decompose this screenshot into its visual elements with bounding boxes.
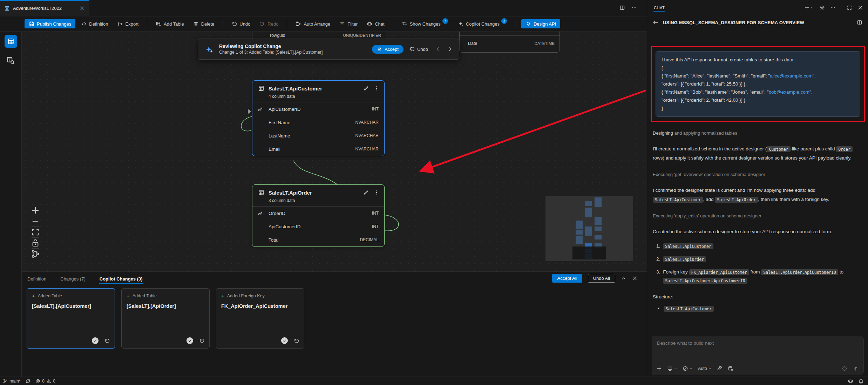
- undo-button[interactable]: Undo: [228, 19, 254, 28]
- show-changes-button[interactable]: Show Changes 7: [398, 19, 452, 28]
- zoom-out-icon[interactable]: [31, 216, 40, 227]
- definition-button[interactable]: Definition: [77, 19, 111, 28]
- chat-messages[interactable]: I have this API response format, create …: [647, 29, 868, 334]
- zoom-in-icon[interactable]: [31, 205, 40, 216]
- minimap-table-block: [595, 197, 602, 207]
- more-actions-icon[interactable]: [631, 5, 637, 11]
- schema-canvas[interactable]: rowguid UNIQUEIDENTIFIER Date DATETIME R…: [22, 32, 647, 271]
- notifications-bell-icon[interactable]: [858, 378, 864, 384]
- configure-tools-icon[interactable]: [717, 366, 723, 371]
- minimap-table-block: [595, 217, 602, 225]
- auto-arrange-button[interactable]: Auto Arrange: [292, 19, 334, 28]
- copilot-changes-button[interactable]: Copilot Changes 3: [454, 19, 511, 28]
- undo-change-icon[interactable]: [199, 338, 204, 344]
- review-undo-button[interactable]: Undo: [409, 46, 428, 52]
- accept-change-icon[interactable]: [92, 337, 99, 344]
- add-table-button[interactable]: Add Table: [152, 19, 188, 28]
- database-warning-icon[interactable]: [728, 366, 733, 371]
- panel-tab-definition[interactable]: Definition: [27, 273, 47, 285]
- email-link[interactable]: alice@example.com: [770, 73, 813, 79]
- toolbar-separator: [223, 20, 223, 27]
- sync-indicator[interactable]: [26, 379, 30, 384]
- export-button[interactable]: Export: [114, 19, 142, 28]
- maximize-panel-icon[interactable]: [847, 5, 852, 11]
- attach-context-icon[interactable]: [656, 366, 662, 371]
- assistant-paragraph: I confirmed the designer state is curren…: [653, 186, 862, 204]
- accept-change-icon[interactable]: [281, 337, 288, 344]
- chat-label: Chat: [375, 21, 384, 27]
- chat-input-box[interactable]: Auto: [652, 336, 864, 375]
- collapse-panel-icon[interactable]: [621, 276, 626, 281]
- clipped-row-divider: [460, 32, 560, 36]
- chat-send-area: [842, 366, 859, 371]
- undo-all-button[interactable]: Undo All: [588, 274, 615, 283]
- accept-change-icon[interactable]: [187, 337, 193, 344]
- column-row[interactable]: TotalDECIMAL: [252, 233, 384, 246]
- next-change-icon[interactable]: [447, 46, 453, 52]
- tab-close-icon[interactable]: [79, 6, 85, 11]
- clipped-table-salesorder[interactable]: Date DATETIME: [459, 32, 560, 53]
- chat-more-icon[interactable]: [830, 5, 836, 11]
- chat-button[interactable]: Chat: [363, 19, 388, 28]
- change-card[interactable]: +Added Table[SalesLT].[ApiCustomer]: [27, 288, 115, 349]
- kebab-menu-icon[interactable]: [374, 190, 379, 195]
- table-card-apiorder[interactable]: SalesLT.ApiOrder 3 column data OrderIDIN…: [252, 184, 385, 247]
- mode-picker[interactable]: [683, 366, 693, 371]
- publish-changes-button[interactable]: Publish Changes: [25, 19, 75, 28]
- back-arrow-icon[interactable]: [653, 20, 658, 25]
- column-row[interactable]: EmailNVARCHAR: [252, 142, 384, 156]
- delete-button[interactable]: Delete: [190, 19, 218, 28]
- redo-button[interactable]: Redo: [256, 19, 282, 28]
- send-button-icon[interactable]: [853, 366, 859, 371]
- filter-button[interactable]: Filter: [336, 19, 361, 28]
- column-row[interactable]: OrderIDINT: [252, 207, 384, 220]
- export-label: Export: [126, 21, 139, 27]
- kebab-menu-icon[interactable]: [374, 86, 379, 91]
- close-panel-icon[interactable]: [632, 276, 638, 281]
- problems-indicator[interactable]: 0 0: [35, 379, 55, 384]
- split-editor-icon[interactable]: [619, 5, 625, 11]
- branch-indicator[interactable]: main*: [3, 379, 21, 384]
- new-chat-button[interactable]: [804, 5, 814, 11]
- edit-pencil-icon[interactable]: [363, 86, 369, 91]
- schema-find-rail-button[interactable]: [6, 56, 15, 65]
- column-row[interactable]: ApiCustomerIDINT: [252, 102, 384, 116]
- accept-all-button[interactable]: Accept All: [552, 274, 582, 283]
- edit-pencil-icon[interactable]: [363, 190, 369, 195]
- panel-tab-changes[interactable]: Changes (7): [60, 273, 86, 285]
- unlock-icon[interactable]: [31, 238, 40, 248]
- arrange-icon[interactable]: [31, 249, 40, 259]
- schema-diagram-rail-button[interactable]: [5, 35, 17, 48]
- fit-to-screen-icon[interactable]: [31, 227, 40, 237]
- accept-button[interactable]: Accept: [372, 45, 404, 54]
- change-card[interactable]: +Added Foreign KeyFK_ApiOrder_ApiCustome…: [216, 288, 304, 349]
- tab-title: AdventureWorksLT2022: [13, 6, 62, 11]
- change-card[interactable]: +Added Table[SalesLT].[ApiOrder]: [121, 288, 210, 349]
- model-picker[interactable]: Auto: [698, 366, 712, 371]
- column-row[interactable]: FirstNameNVARCHAR: [252, 116, 384, 129]
- inline-code: Customer: [767, 146, 790, 152]
- table-row[interactable]: Date DATETIME: [468, 36, 555, 51]
- fk-arrowhead: [248, 109, 251, 114]
- design-api-button[interactable]: Design API: [521, 19, 560, 28]
- minimap-viewport[interactable]: [572, 246, 606, 259]
- open-in-editor-icon[interactable]: [857, 20, 862, 25]
- column-row[interactable]: LastNameNVARCHAR: [252, 129, 384, 142]
- chat-panel-tab[interactable]: CHAT: [653, 1, 665, 14]
- undo-change-icon[interactable]: [104, 338, 110, 344]
- previous-change-icon[interactable]: [435, 46, 441, 52]
- change-card-actions: [187, 337, 204, 344]
- text-part: to: [838, 269, 843, 275]
- copilot-status-icon[interactable]: [848, 378, 853, 384]
- chat-settings-gear-icon[interactable]: [819, 5, 825, 11]
- screen-context-picker[interactable]: [667, 366, 677, 371]
- panel-tab-copilot[interactable]: Copilot Changes (3): [99, 273, 143, 285]
- email-link[interactable]: bob@example.com: [769, 89, 810, 95]
- minimap[interactable]: [545, 196, 633, 261]
- chat-input-field[interactable]: [657, 340, 859, 346]
- column-row[interactable]: ApiCustomerIDINT: [252, 220, 384, 233]
- tab-adventureworks[interactable]: AdventureWorksLT2022: [0, 0, 89, 16]
- table-card-apicustomer[interactable]: SalesLT.ApiCustomer 4 column data ApiCus…: [252, 80, 385, 156]
- close-chat-icon[interactable]: [857, 5, 863, 11]
- undo-change-icon[interactable]: [293, 338, 299, 344]
